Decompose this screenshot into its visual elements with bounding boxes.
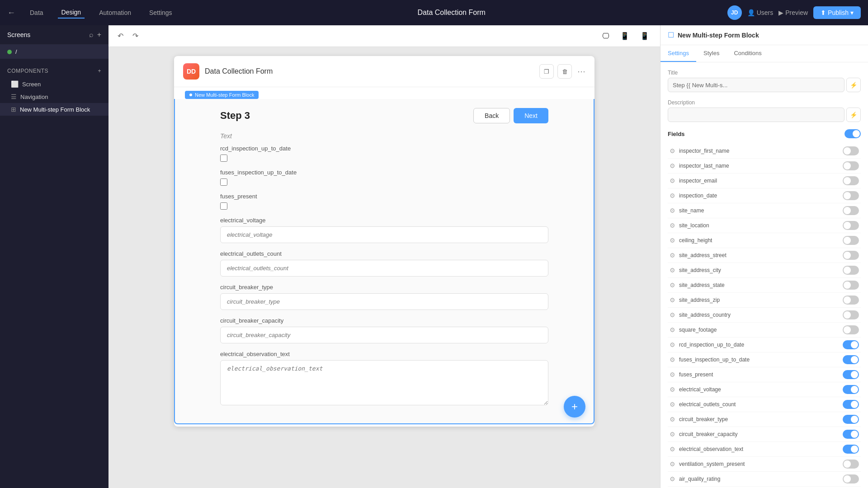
mobile-view-button[interactable]: 📱 [637, 30, 653, 42]
field-toggle[interactable] [843, 474, 859, 483]
field-gear-icon[interactable]: ⚙ [670, 177, 675, 184]
field-toggle[interactable] [843, 460, 859, 469]
users-button[interactable]: 👤 Users [747, 9, 774, 16]
field-gear-icon[interactable]: ⚙ [670, 416, 675, 423]
field-gear-icon[interactable]: ⚙ [670, 341, 675, 348]
checkbox-rcd-input[interactable] [220, 155, 227, 162]
field-toggle[interactable] [843, 310, 859, 319]
screen-item[interactable]: / [0, 45, 108, 59]
field-toggle[interactable] [843, 370, 859, 379]
field-toggle[interactable] [843, 415, 859, 424]
nav-settings[interactable]: Settings [146, 7, 176, 18]
redo-button[interactable]: ↷ [131, 30, 140, 42]
component-item-screen[interactable]: ⬜ Screen [0, 78, 108, 90]
field-gear-icon[interactable]: ⚙ [670, 460, 675, 468]
field-toggle[interactable] [843, 146, 859, 155]
field-item-name: site_address_city [679, 267, 839, 273]
delete-button[interactable]: 🗑 [557, 64, 572, 79]
field-gear-icon[interactable]: ⚙ [670, 386, 675, 393]
field-gear-icon[interactable]: ⚙ [670, 311, 675, 319]
description-input[interactable] [668, 108, 844, 122]
checkbox-fuses-present-input[interactable] [220, 202, 227, 210]
field-toggle[interactable] [843, 161, 859, 170]
component-item-navigation[interactable]: ☰ Navigation [0, 90, 108, 103]
more-options-icon[interactable]: ⋯ [577, 66, 585, 76]
desktop-view-button[interactable]: 🖵 [599, 30, 613, 42]
checkbox-fuses-insp-input[interactable] [220, 178, 227, 186]
field-toggle[interactable] [843, 191, 859, 200]
field-gear-icon[interactable]: ⚙ [670, 475, 675, 483]
preview-button[interactable]: ▶ Preview [778, 9, 808, 16]
field-gear-icon[interactable]: ⚙ [670, 237, 675, 244]
field-gear-icon[interactable]: ⚙ [670, 192, 675, 199]
field-toggle[interactable] [843, 445, 859, 454]
fields-master-toggle[interactable] [844, 129, 861, 138]
field-item-name: site_address_state [679, 282, 839, 288]
form-header: DD Data Collection Form ❐ 🗑 ⋯ [174, 56, 594, 87]
tab-settings[interactable]: Settings [660, 45, 696, 62]
field-gear-icon[interactable]: ⚙ [670, 267, 675, 274]
input-outlets[interactable] [220, 260, 548, 277]
add-screen-icon[interactable]: + [97, 31, 101, 39]
field-gear-icon[interactable]: ⚙ [670, 431, 675, 438]
field-gear-icon[interactable]: ⚙ [670, 356, 675, 363]
fab-add-button[interactable]: + [564, 396, 585, 418]
top-nav: ← Data Design Automation Settings Data C… [0, 0, 868, 25]
input-cb-capacity[interactable] [220, 327, 548, 343]
field-toggle[interactable] [843, 385, 859, 394]
search-icon[interactable]: ⌕ [89, 31, 94, 39]
undo-button[interactable]: ↶ [116, 30, 125, 42]
component-screen-label: Screen [22, 81, 41, 88]
field-item: ⚙inspector_first_name [668, 144, 861, 159]
textarea-obs-text[interactable] [220, 360, 548, 405]
title-input[interactable] [668, 78, 844, 92]
next-button[interactable]: Next [514, 108, 548, 123]
input-cb-type[interactable] [220, 293, 548, 310]
tablet-view-button[interactable]: 📱 [617, 30, 633, 42]
canvas-area: ↶ ↷ 🖵 📱 📱 DD Data Collection Form ❐ 🗑 ⋯ [108, 25, 660, 488]
field-gear-icon[interactable]: ⚙ [670, 162, 675, 169]
field-toggle[interactable] [843, 206, 859, 215]
description-input-group: ⚡ [668, 108, 861, 122]
nav-automation[interactable]: Automation [95, 7, 135, 18]
field-toggle[interactable] [843, 236, 859, 245]
input-voltage[interactable] [220, 226, 548, 243]
field-toggle[interactable] [843, 176, 859, 185]
publish-button[interactable]: ⬆ Publish ▾ [813, 6, 861, 19]
field-gear-icon[interactable]: ⚙ [670, 371, 675, 378]
field-toggle[interactable] [843, 430, 859, 439]
field-gear-icon[interactable]: ⚙ [670, 326, 675, 333]
step-header: Step 3 Back Next [220, 108, 548, 123]
add-component-icon[interactable]: + [98, 68, 101, 74]
back-icon[interactable]: ← [7, 8, 15, 18]
field-gear-icon[interactable]: ⚙ [670, 147, 675, 155]
title-lightning-button[interactable]: ⚡ [846, 78, 861, 92]
field-gear-icon[interactable]: ⚙ [670, 446, 675, 453]
tab-styles[interactable]: Styles [696, 45, 726, 62]
form-title: Data Collection Form [205, 67, 273, 75]
tab-conditions[interactable]: Conditions [726, 45, 769, 62]
duplicate-button[interactable]: ❐ [539, 64, 554, 79]
field-gear-icon[interactable]: ⚙ [670, 252, 675, 259]
field-gear-icon[interactable]: ⚙ [670, 282, 675, 289]
field-toggle[interactable] [843, 221, 859, 230]
field-gear-icon[interactable]: ⚙ [670, 207, 675, 214]
field-toggle[interactable] [843, 325, 859, 334]
component-item-multistep[interactable]: ⊞ New Multi-step Form Block [0, 103, 108, 116]
description-lightning-button[interactable]: ⚡ [846, 108, 861, 122]
field-toggle[interactable] [843, 400, 859, 409]
field-toggle[interactable] [843, 251, 859, 260]
field-toggle[interactable] [843, 266, 859, 275]
nav-design[interactable]: Design [58, 7, 85, 19]
block-badge: New Multi-step Form Block [185, 91, 259, 99]
field-gear-icon[interactable]: ⚙ [670, 401, 675, 408]
nav-data[interactable]: Data [26, 7, 47, 18]
field-toggle[interactable] [843, 355, 859, 364]
field-toggle[interactable] [843, 340, 859, 349]
field-toggle[interactable] [843, 296, 859, 305]
field-toggle[interactable] [843, 281, 859, 290]
field-gear-icon[interactable]: ⚙ [670, 222, 675, 229]
back-button[interactable]: Back [473, 108, 510, 123]
field-gear-icon[interactable]: ⚙ [670, 296, 675, 304]
avatar: JD [727, 5, 742, 20]
